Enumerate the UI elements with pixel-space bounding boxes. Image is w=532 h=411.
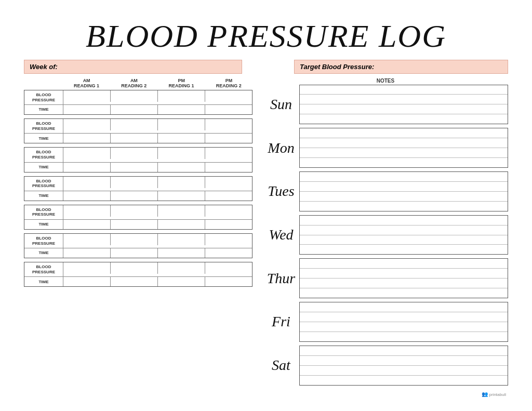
note-line[interactable] bbox=[300, 182, 508, 192]
note-line[interactable] bbox=[300, 332, 508, 341]
bp-pm2[interactable] bbox=[205, 90, 252, 102]
note-line[interactable] bbox=[300, 85, 508, 95]
time-pm1[interactable] bbox=[158, 248, 205, 258]
bp-am1[interactable] bbox=[63, 148, 111, 159]
time-am2[interactable] bbox=[111, 248, 158, 258]
note-line[interactable] bbox=[300, 346, 508, 356]
bp-label: BLOODPRESSURE bbox=[24, 262, 63, 276]
time-am2[interactable] bbox=[111, 134, 158, 143]
bp-am1[interactable] bbox=[63, 119, 111, 130]
time-pm1[interactable] bbox=[158, 220, 205, 229]
bp-am2[interactable] bbox=[111, 148, 158, 159]
notes-box-wed[interactable] bbox=[299, 215, 508, 255]
note-line[interactable] bbox=[300, 95, 508, 104]
bp-am2[interactable] bbox=[111, 262, 158, 274]
note-line[interactable] bbox=[300, 259, 508, 269]
note-line[interactable] bbox=[300, 302, 508, 312]
bp-pm2[interactable] bbox=[205, 234, 252, 245]
bp-am2[interactable] bbox=[111, 234, 158, 245]
bp-am1[interactable] bbox=[63, 205, 111, 217]
time-pm1[interactable] bbox=[158, 134, 205, 143]
note-line[interactable] bbox=[300, 138, 508, 148]
time-am1[interactable] bbox=[63, 220, 111, 229]
bp-pm2[interactable] bbox=[205, 119, 252, 130]
note-line[interactable] bbox=[300, 322, 508, 332]
day-label-fri: Fri bbox=[263, 313, 299, 330]
note-line[interactable] bbox=[300, 192, 508, 202]
time-pm2[interactable] bbox=[205, 163, 252, 172]
note-line[interactable] bbox=[300, 235, 508, 245]
time-am1[interactable] bbox=[63, 277, 111, 286]
note-line[interactable] bbox=[300, 202, 508, 211]
note-line[interactable] bbox=[300, 376, 508, 385]
note-line[interactable] bbox=[300, 226, 508, 235]
time-pm2[interactable] bbox=[205, 277, 252, 286]
bp-pm1[interactable] bbox=[158, 90, 205, 102]
time-am1[interactable] bbox=[63, 134, 111, 143]
time-am2[interactable] bbox=[111, 191, 158, 201]
time-pm2[interactable] bbox=[205, 220, 252, 229]
notes-box-sun[interactable] bbox=[299, 85, 508, 125]
col-header-am2: AM READING 2 bbox=[110, 78, 157, 89]
time-pm2[interactable] bbox=[205, 191, 252, 201]
time-pm2[interactable] bbox=[205, 248, 252, 258]
time-am2[interactable] bbox=[111, 220, 158, 229]
note-line[interactable] bbox=[300, 128, 508, 138]
bp-am2[interactable] bbox=[111, 177, 158, 188]
bp-am1[interactable] bbox=[63, 177, 111, 188]
target-bp-box[interactable]: Target Blood Pressure: bbox=[294, 60, 508, 74]
week-of-box[interactable]: Week of: bbox=[24, 60, 242, 74]
bp-pm2[interactable] bbox=[205, 148, 252, 159]
note-line[interactable] bbox=[300, 356, 508, 366]
time-am1[interactable] bbox=[63, 191, 111, 201]
bp-am2[interactable] bbox=[111, 119, 158, 130]
note-line[interactable] bbox=[300, 148, 508, 158]
time-am2[interactable] bbox=[111, 277, 158, 286]
bp-pm1[interactable] bbox=[158, 205, 205, 217]
note-line[interactable] bbox=[300, 158, 508, 167]
bp-am2[interactable] bbox=[111, 205, 158, 217]
time-am2[interactable] bbox=[111, 163, 158, 172]
time-am2[interactable] bbox=[111, 105, 158, 114]
notes-box-thur[interactable] bbox=[299, 258, 508, 298]
bp-pm1[interactable] bbox=[158, 262, 205, 274]
note-line[interactable] bbox=[300, 216, 508, 226]
note-line[interactable] bbox=[300, 366, 508, 376]
time-label: TIME bbox=[24, 248, 63, 258]
notes-box-tues[interactable] bbox=[299, 171, 508, 211]
note-line[interactable] bbox=[300, 172, 508, 182]
time-pm1[interactable] bbox=[158, 277, 205, 286]
note-line[interactable] bbox=[300, 245, 508, 254]
time-am1[interactable] bbox=[63, 163, 111, 172]
bp-pm1[interactable] bbox=[158, 119, 205, 130]
bp-pm2[interactable] bbox=[205, 262, 252, 274]
day-label-tues: Tues bbox=[263, 183, 299, 200]
time-am1[interactable] bbox=[63, 248, 111, 258]
bp-label: BLOODPRESSURE bbox=[24, 119, 63, 133]
bp-pm1[interactable] bbox=[158, 148, 205, 159]
note-line[interactable] bbox=[300, 269, 508, 279]
time-pm1[interactable] bbox=[158, 191, 205, 201]
notes-box-sat[interactable] bbox=[299, 346, 508, 386]
bp-pm1[interactable] bbox=[158, 234, 205, 245]
time-pm1[interactable] bbox=[158, 105, 205, 114]
bp-am1[interactable] bbox=[63, 262, 111, 274]
col-header-pm1: PM READING 1 bbox=[158, 78, 205, 89]
notes-box-mon[interactable] bbox=[299, 128, 508, 168]
note-line[interactable] bbox=[300, 288, 508, 298]
time-pm1[interactable] bbox=[158, 163, 205, 172]
note-line[interactable] bbox=[300, 114, 508, 124]
bp-pm2[interactable] bbox=[205, 205, 252, 217]
bp-pm2[interactable] bbox=[205, 177, 252, 188]
bp-am1[interactable] bbox=[63, 234, 111, 245]
note-line[interactable] bbox=[300, 104, 508, 114]
bp-pm1[interactable] bbox=[158, 177, 205, 188]
notes-box-fri[interactable] bbox=[299, 302, 508, 342]
bp-am2[interactable] bbox=[111, 90, 158, 102]
bp-am1[interactable] bbox=[63, 90, 111, 102]
note-line[interactable] bbox=[300, 279, 508, 288]
time-am1[interactable] bbox=[63, 105, 111, 114]
time-pm2[interactable] bbox=[205, 134, 252, 143]
note-line[interactable] bbox=[300, 312, 508, 322]
time-pm2[interactable] bbox=[205, 105, 252, 114]
